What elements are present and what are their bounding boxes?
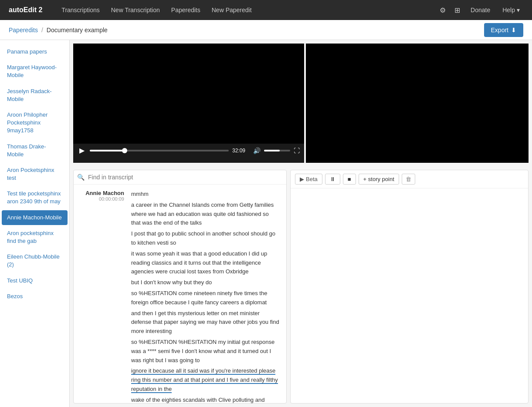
nav-links: Transcriptions New Transcription Papered… [57,4,427,16]
transcript-story-row: 🔍 Annie Machon 00:00:00:09 mmhm a career… [70,166,532,407]
pause-icon: ⏸ [330,176,335,182]
navbar-icons: ⚙ ⊞ Donate Help ▾ [438,4,523,16]
search-input[interactable] [88,174,283,181]
search-icon: 🔍 [77,174,85,181]
stop-button[interactable]: ■ [343,174,356,185]
search-bar: 🔍 [74,170,286,185]
breadcrumb-separator: / [41,27,43,34]
paperedit-panel [306,44,529,163]
progress-fill [90,150,125,151]
transcript-line-1: a career in the Channel Islands come fro… [131,201,279,228]
video-player: ▶ 32:09 🔊 ⛶ [73,44,304,163]
sidebar-item-test-ubiq[interactable]: Test UBIQ [2,273,68,288]
transcript-line-7: so %HESITATION %HESITATION my initial gu… [131,338,279,365]
settings-icon[interactable]: ⚙ [438,4,447,16]
beta-label: Beta [306,176,318,182]
sidebar-item-jesselyn-radack[interactable]: Jesselyn Radack-Mobile [2,84,68,107]
nav-new-transcription[interactable]: New Transcription [107,4,164,16]
nav-new-paperedit[interactable]: New Paperedit [207,4,256,16]
fullscreen-button[interactable]: ⛶ [294,147,300,154]
sidebar-item-eileen-chubb[interactable]: Eileen Chubb-Mobile (2) [2,249,68,272]
delete-button[interactable]: 🗑 [402,174,415,185]
play-triangle-icon: ▶ [300,176,304,182]
transcript-panel: 🔍 Annie Machon 00:00:00:09 mmhm a career… [73,170,287,404]
chevron-down-icon: ▾ [517,7,520,13]
speaker-name: Annie Machon [81,190,124,196]
transcript-line-9: wake of the eighties scandals with Clive… [131,396,279,403]
transcript-text-body: mmhm a career in the Channel Islands com… [131,190,279,403]
story-point-button[interactable]: + story point [359,174,399,185]
story-point-label: + story point [363,176,394,182]
beta-button[interactable]: ▶ Beta [295,174,322,185]
breadcrumb-parent[interactable]: Paperedits [9,27,38,34]
video-paperedit-row: ▶ 32:09 🔊 ⛶ [70,40,532,166]
volume-button[interactable]: 🔊 [253,147,261,154]
breadcrumb-current: Documentary example [47,27,108,34]
highlighted-text: ignore it because all it said was if you… [131,367,278,393]
sidebar-item-annie-machon[interactable]: Annie Machon-Mobile [2,210,68,225]
stop-icon: ■ [348,176,351,182]
time-display: 32:09 [232,148,250,154]
export-button[interactable]: Export ⬇ [484,23,523,37]
transcript-content[interactable]: Annie Machon 00:00:00:09 mmhm a career i… [74,185,286,403]
video-controls: ▶ 32:09 🔊 ⛶ [73,144,304,157]
transcript-line-5: so %HESITATION come nineteen ninety five… [131,289,279,307]
nav-paperedits[interactable]: Paperedits [167,4,205,16]
sidebar-item-aron-pocketsphinx-test[interactable]: Aron Pocketsphinx test [2,163,68,185]
content-area: ▶ 32:09 🔊 ⛶ [70,40,532,407]
sidebar: Panama papers Margaret Haywood-Mobile Je… [0,40,70,407]
transcript-line-2: I post that go to public school in anoth… [131,229,279,248]
trash-icon: 🗑 [406,176,411,182]
volume-bar[interactable] [264,150,290,151]
transcript-entry: Annie Machon 00:00:00:09 mmhm a career i… [81,190,279,403]
sidebar-item-aroon-philopher[interactable]: Aroon Philopher Pocketsphinx 9may1758 [2,108,68,138]
story-toolbar: ▶ Beta ⏸ ■ + story point 🗑 [291,170,528,188]
transcript-line-8: ignore it because all it said was if you… [131,367,279,394]
pause-button[interactable]: ⏸ [325,174,340,185]
transcript-line-0: mmhm [131,190,279,199]
breadcrumb-bar: Paperedits / Documentary example Export … [0,20,532,40]
sidebar-item-test-tile[interactable]: Test tile pocketsphinx aron 2340 9th of … [2,186,68,209]
transcript-line-4: but I don't know why but they do [131,278,279,287]
speaker-time: 00:00:00:09 [81,196,124,202]
breadcrumb: Paperedits / Documentary example [9,27,108,34]
video-screen [73,44,304,144]
sidebar-item-margaret-haywood[interactable]: Margaret Haywood-Mobile [2,60,68,83]
transcript-line-3: it was some yeah it was that a good educ… [131,249,279,276]
video-progress-bar[interactable] [90,150,229,151]
volume-fill [264,150,280,151]
navbar: autoEdit 2 Transcriptions New Transcript… [0,0,532,20]
grid-icon[interactable]: ⊞ [453,4,462,16]
sidebar-item-aron-gab[interactable]: Aron pocketsphinx find the gab [2,226,68,249]
export-label: Export [491,27,508,34]
progress-handle [122,148,127,153]
speaker-info: Annie Machon 00:00:00:09 [81,190,124,403]
donate-link[interactable]: Donate [467,5,494,15]
download-icon: ⬇ [511,27,516,34]
transcript-line-6: and then I get this mysterious letter on… [131,309,279,336]
sidebar-item-panama-papers[interactable]: Panama papers [2,44,68,59]
nav-transcriptions[interactable]: Transcriptions [57,4,104,16]
help-label: Help [502,7,515,13]
main-layout: Panama papers Margaret Haywood-Mobile Je… [0,40,532,407]
help-dropdown[interactable]: Help ▾ [499,5,523,15]
play-button[interactable]: ▶ [78,146,86,155]
app-brand: autoEdit 2 [9,6,42,14]
story-panel: ▶ Beta ⏸ ■ + story point 🗑 [290,170,529,404]
sidebar-item-thomas-drake[interactable]: Thomas Drake-Mobile [2,139,68,162]
sidebar-item-bezos[interactable]: Bezos [2,289,68,304]
